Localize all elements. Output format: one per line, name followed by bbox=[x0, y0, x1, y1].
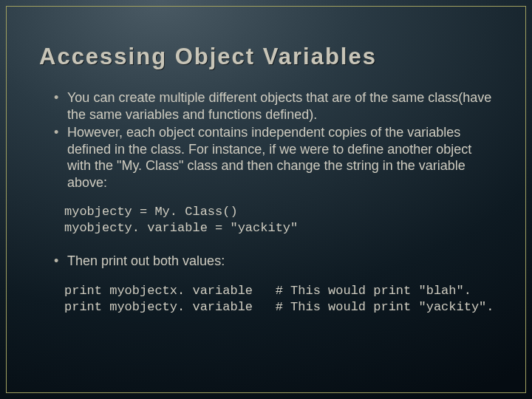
bullet-list-1: You can create multiple different object… bbox=[39, 89, 493, 191]
code-block-2: print myobjectx. variable # This would p… bbox=[39, 283, 493, 316]
bullet-list-2: Then print out both values: bbox=[39, 253, 493, 270]
code-block-1: myobjecty = My. Class() myobjecty. varia… bbox=[39, 204, 493, 236]
bullet-item: However, each object contains independen… bbox=[54, 124, 493, 191]
bullet-item: You can create multiple different object… bbox=[54, 89, 493, 123]
bullet-item: Then print out both values: bbox=[54, 253, 493, 270]
slide-frame: Accessing Object Variables You can creat… bbox=[6, 6, 526, 393]
slide-title: Accessing Object Variables bbox=[39, 44, 493, 70]
